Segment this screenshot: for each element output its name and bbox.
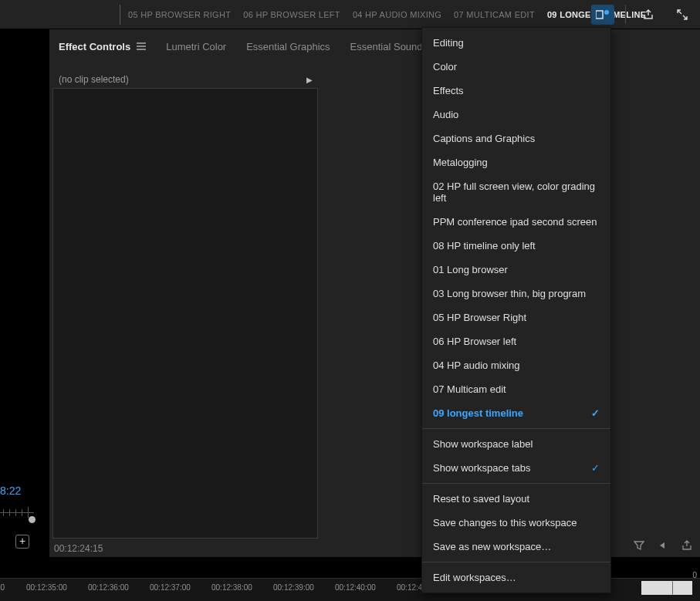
menu-item-selected[interactable]: 09 longest timeline ✓ — [422, 401, 610, 425]
workspace-tab[interactable]: 06 HP BROWSER LEFT — [237, 0, 347, 29]
workspace-tabs: 05 HP BROWSER RIGHT 06 HP BROWSER LEFT 0… — [122, 0, 653, 29]
svg-rect-0 — [596, 11, 603, 19]
monitor-timecode[interactable]: 8:22 — [0, 485, 21, 497]
menu-item[interactable]: Reset to saved layout — [422, 487, 610, 511]
menu-item[interactable]: 01 Long browser — [422, 258, 610, 282]
navigator-zero: 0 — [692, 571, 697, 579]
top-separator — [625, 5, 626, 24]
menu-item[interactable]: 07 Multicam edit — [422, 377, 610, 401]
menu-item[interactable]: 02 HP full screen view, color grading le… — [422, 174, 610, 210]
workspace-tab[interactable]: 07 MULTICAM EDIT — [448, 0, 541, 29]
svg-point-1 — [604, 10, 609, 15]
workspace-menu-button[interactable] — [591, 5, 614, 25]
clip-header: (no clip selected) ▶ — [52, 71, 319, 88]
panel-timecode: 00:12:24:15 — [52, 540, 103, 557]
panel-tab-label: Effect Controls — [59, 41, 130, 52]
menu-separator — [422, 483, 610, 484]
menu-item[interactable]: 08 HP timeline only left — [422, 234, 610, 258]
check-icon: ✓ — [591, 462, 600, 474]
menu-item[interactable]: Effects — [422, 79, 610, 103]
slider-knob[interactable] — [29, 516, 36, 523]
menu-item[interactable]: Captions and Graphics — [422, 127, 610, 150]
menu-item[interactable]: Save changes to this workspace — [422, 511, 610, 535]
panel-tab-effect-controls[interactable]: Effect Controls — [59, 41, 146, 52]
footer-icon-strip — [634, 540, 692, 551]
menu-item[interactable]: Show workspace label — [422, 432, 610, 456]
ruler-label: 00:12:36:00 — [88, 583, 129, 592]
menu-item[interactable]: Edit workspaces… — [422, 566, 610, 589]
ruler-label: 00:12:39:00 — [273, 583, 314, 592]
top-right-controls — [591, 0, 694, 29]
check-icon: ✓ — [591, 407, 600, 419]
add-button[interactable]: + — [15, 535, 29, 549]
workspace-tab[interactable]: 04 HP AUDIO MIXING — [347, 0, 448, 29]
clip-area — [52, 88, 318, 539]
menu-separator — [422, 562, 610, 562]
ruler-label: 00:12:38:00 — [211, 583, 252, 592]
ruler-label: 00 — [0, 583, 5, 592]
ruler-label: 00:12:37:00 — [150, 583, 191, 592]
panel-menu-icon[interactable] — [137, 41, 146, 52]
menu-item[interactable]: 05 HP Browser Right — [422, 306, 610, 329]
menu-item[interactable]: 04 HP audio mixing — [422, 353, 610, 377]
filter-icon[interactable] — [634, 540, 644, 551]
menu-item[interactable]: Color — [422, 55, 610, 79]
panel-tab-essential-sound[interactable]: Essential Sound — [350, 41, 423, 52]
timeline-navigator[interactable] — [641, 579, 692, 596]
top-workspace-bar: 05 HP BROWSER RIGHT 06 HP BROWSER LEFT 0… — [0, 0, 700, 29]
insert-icon[interactable] — [657, 541, 669, 550]
menu-item[interactable]: Show workspace tabs ✓ — [422, 456, 610, 480]
navigator-box[interactable] — [641, 581, 672, 595]
zoom-slider[interactable] — [0, 508, 34, 523]
export-icon[interactable] — [681, 540, 692, 551]
panel-tab-essential-graphics[interactable]: Essential Graphics — [246, 41, 330, 52]
menu-separator — [422, 428, 610, 429]
ruler-label: 00:12:40:00 — [335, 583, 376, 592]
workspace-dropdown-menu: Editing Color Effects Audio Captions and… — [421, 27, 611, 593]
fullscreen-icon[interactable] — [671, 5, 694, 25]
workspace-divider — [120, 5, 120, 25]
menu-item[interactable]: Metalogging — [422, 150, 610, 174]
menu-item[interactable]: PPM conference ipad second screen — [422, 210, 610, 234]
menu-item[interactable]: Audio — [422, 103, 610, 127]
ruler-label: 00:12:35:00 — [26, 583, 67, 592]
workspace-tab[interactable]: 05 HP BROWSER RIGHT — [122, 0, 237, 29]
navigator-box[interactable] — [672, 581, 692, 595]
expand-icon[interactable]: ▶ — [306, 76, 313, 84]
menu-item[interactable]: 06 HP Browser left — [422, 329, 610, 353]
menu-item[interactable]: Editing — [422, 31, 610, 55]
share-icon[interactable] — [637, 5, 660, 25]
menu-item[interactable]: Save as new workspace… — [422, 535, 610, 559]
menu-item[interactable]: 03 Long browser thin, big program — [422, 282, 610, 306]
no-clip-text: (no clip selected) — [59, 74, 129, 85]
panel-tab-lumetri[interactable]: Lumetri Color — [166, 41, 226, 52]
